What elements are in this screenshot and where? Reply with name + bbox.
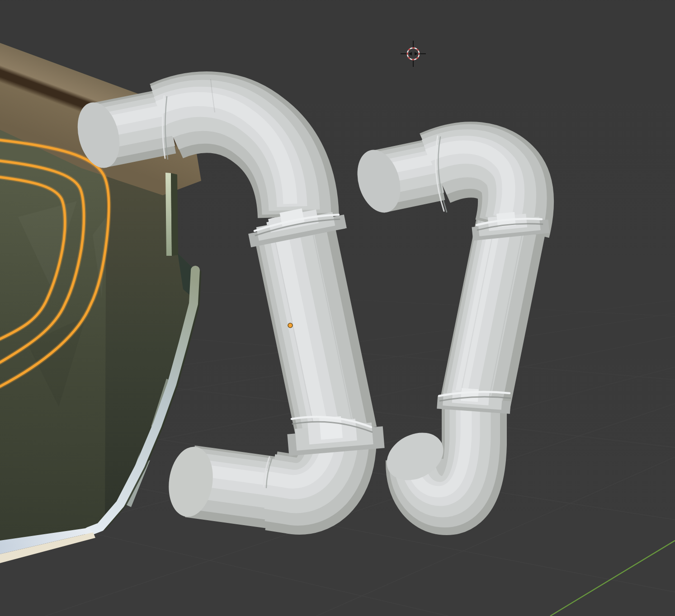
panel-edge-strip xyxy=(165,173,172,256)
object-origin-dot[interactable] xyxy=(288,323,293,328)
panel-edge-dark xyxy=(171,173,178,256)
viewport-3d[interactable] xyxy=(0,0,675,616)
